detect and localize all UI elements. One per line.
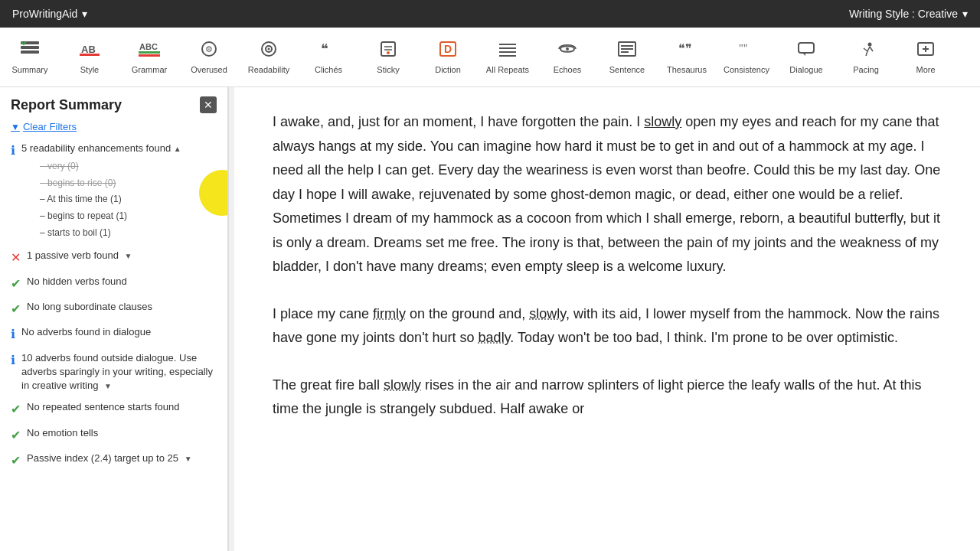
passive-dropdown[interactable]: ▼: [125, 252, 132, 260]
svg-rect-23: [499, 55, 516, 57]
readability-list: – very (0) – begins to rise (0) – At thi…: [40, 158, 181, 241]
dialogue-icon: [796, 41, 816, 62]
svg-text:ABC: ABC: [139, 42, 158, 51]
svg-line-34: [867, 47, 870, 51]
toolbar-item-echoes[interactable]: Echoes: [537, 30, 597, 85]
toolbar-label-sticky: Sticky: [377, 65, 399, 74]
success-icon-emotion-tells: ✔: [11, 427, 21, 444]
toolbar-item-overused[interactable]: ⚙ Overused: [179, 30, 239, 85]
toolbar-item-sentence[interactable]: Sentence: [597, 30, 657, 85]
sidebar-item-adverbs-outside: ℹ 10 adverbs found outside dialogue. Use…: [11, 351, 217, 393]
readability-text: 5 readability enhancements found ▲: [21, 142, 181, 154]
readability-content: 5 readability enhancements found ▲ – ver…: [21, 142, 181, 241]
toolbar-label-more: More: [916, 65, 935, 74]
word-slowly-3[interactable]: slowly: [384, 377, 421, 393]
readability-sub-4: – starts to boil (1): [40, 225, 181, 242]
word-slowly-1[interactable]: slowly: [644, 114, 681, 129]
app-name-button[interactable]: ProWritingAid ▾: [12, 8, 87, 20]
app-name-chevron: ▾: [82, 8, 87, 20]
toolbar-item-dialogue[interactable]: Dialogue: [776, 30, 836, 85]
svg-line-35: [864, 48, 867, 51]
svg-text:❝❞: ❝❞: [678, 42, 692, 55]
word-badly[interactable]: badly: [479, 330, 511, 345]
success-icon-subordinate: ✔: [11, 301, 21, 318]
sidebar-scrollbar[interactable]: [228, 87, 234, 551]
svg-rect-20: [499, 44, 516, 45]
toolbar-item-style[interactable]: AB Style: [60, 30, 119, 85]
toolbar-item-repeats[interactable]: All Repeats: [478, 30, 537, 85]
toolbar-item-cliches[interactable]: ❝ Clichés: [299, 30, 358, 85]
paragraph-3: The great fire ball slowly rises in the …: [273, 373, 942, 422]
svg-rect-27: [621, 48, 633, 50]
content-area: I awake, and, just for an moment, I have…: [234, 87, 980, 551]
toolbar-item-readability[interactable]: Readability: [239, 30, 299, 85]
info-icon-adverbs-outside: ℹ: [11, 352, 15, 369]
svg-rect-1: [21, 46, 39, 49]
toolbar-item-grammar[interactable]: ABC Grammar: [119, 30, 179, 85]
toolbar-item-summary[interactable]: Summary: [0, 30, 60, 85]
svg-line-37: [870, 47, 873, 51]
info-icon-readability: ℹ: [11, 142, 15, 159]
toolbar-item-diction[interactable]: D Diction: [418, 30, 478, 85]
sidebar-item-passive-index: ✔ Passive index (2.4) target up to 25 ▼: [11, 452, 217, 469]
sidebar-item-hidden-verbs: ✔ No hidden verbs found: [11, 275, 217, 292]
filter-icon: ▼: [11, 122, 20, 132]
passive-index-dropdown[interactable]: ▼: [185, 455, 192, 463]
svg-text:D: D: [444, 43, 452, 55]
overused-icon: ⚙: [199, 41, 219, 62]
toolbar-label-echoes: Echoes: [554, 65, 582, 74]
readability-sub-1: – begins to rise (0): [40, 175, 181, 192]
toolbar-item-thesaurus[interactable]: ❝❞ Thesaurus: [657, 30, 717, 85]
success-icon-passive-index: ✔: [11, 452, 21, 469]
toolbar-label-cliches: Clichés: [315, 65, 342, 74]
success-icon-sentence-starts: ✔: [11, 401, 21, 418]
more-icon: [916, 41, 936, 62]
toolbar-label-overused: Overused: [191, 65, 227, 74]
svg-rect-7: [139, 54, 160, 57]
paragraph-2: I place my cane firmly on the ground and…: [273, 302, 942, 350]
adverbs-outside-dropdown[interactable]: ▼: [104, 382, 112, 390]
svg-point-17: [387, 51, 390, 54]
svg-text:⚙: ⚙: [205, 44, 213, 54]
toolbar-item-sticky[interactable]: Sticky: [358, 30, 418, 85]
toolbar-item-pacing[interactable]: Pacing: [836, 30, 896, 85]
toolbar-item-consistency[interactable]: "" Consistency: [717, 30, 776, 85]
sentence-icon: [617, 41, 637, 62]
toolbar-label-dialogue: Dialogue: [789, 65, 822, 74]
toolbar-label-thesaurus: Thesaurus: [667, 65, 707, 74]
clear-filters-button[interactable]: ▼ Clear Filters: [11, 121, 217, 132]
adverbs-dialogue-text: No adverbs found in dialogue: [21, 325, 151, 339]
cliches-icon: ❝: [318, 41, 338, 62]
toolbar-item-more[interactable]: More: [896, 30, 956, 85]
readability-sub-2: – At this time the (1): [40, 191, 181, 208]
word-firmly[interactable]: firmly: [373, 306, 406, 321]
svg-rect-21: [499, 47, 516, 49]
svg-point-24: [566, 47, 569, 51]
toolbar-label-pacing: Pacing: [853, 65, 879, 74]
sidebar-item-adverbs-dialogue: ℹ No adverbs found in dialogue: [11, 325, 217, 343]
summary-icon: [20, 41, 40, 62]
svg-rect-28: [621, 51, 629, 53]
hidden-verbs-text: No hidden verbs found: [27, 275, 127, 289]
writing-style-label: Writing Style : Creative: [849, 8, 958, 20]
svg-rect-6: [139, 51, 160, 54]
pacing-icon: [856, 41, 876, 62]
svg-rect-26: [621, 45, 633, 47]
toolbar-label-sentence: Sentence: [609, 65, 645, 74]
writing-style-button[interactable]: Writing Style : Creative ▾: [849, 8, 968, 20]
sidebar: Report Summary ✕ ▼ Clear Filters ℹ 5 rea…: [0, 87, 228, 551]
passive-index-text: Passive index (2.4) target up to 25 ▼: [27, 452, 192, 465]
info-icon-adverbs-dialogue: ℹ: [11, 326, 15, 343]
sidebar-item-emotion-tells: ✔ No emotion tells: [11, 426, 217, 444]
sentence-starts-text: No repeated sentence starts found: [27, 400, 179, 414]
word-slowly-2[interactable]: slowly: [529, 306, 566, 321]
writing-style-chevron: ▾: [962, 8, 968, 20]
success-icon-hidden-verbs: ✔: [11, 276, 21, 292]
sidebar-close-button[interactable]: ✕: [200, 96, 217, 113]
svg-rect-22: [499, 51, 516, 53]
emotion-tells-text: No emotion tells: [27, 426, 98, 440]
sidebar-item-passive: ✕ 1 passive verb found ▼: [11, 249, 217, 266]
readability-expand-arrow[interactable]: ▲: [174, 145, 181, 153]
toolbar-label-repeats: All Repeats: [486, 65, 529, 74]
toolbar-label-consistency: Consistency: [724, 65, 769, 74]
